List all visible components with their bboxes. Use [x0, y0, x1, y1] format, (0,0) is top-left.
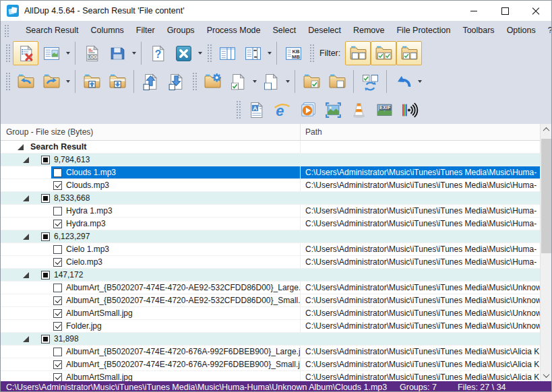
group-checkbox[interactable] [41, 271, 50, 280]
scroll-up-button[interactable] [541, 124, 551, 135]
view-log-button[interactable]: LOG [79, 41, 104, 65]
media-player-button[interactable] [295, 98, 320, 122]
file-row[interactable]: AlbumArt_{B5020207-474E-4720-676A-992F6D… [1, 346, 540, 358]
file-row[interactable]: Folder.jpgC:\Users\Administrator\Music\i… [1, 320, 540, 333]
file-row[interactable]: AlbumArt_{B5020207-474E-4720-676A-992F6D… [1, 358, 540, 371]
column-layout-button[interactable] [214, 41, 240, 65]
group-checkbox[interactable] [41, 335, 50, 344]
file-row[interactable]: Hydra 1.mp3C:\Users\Administrator\Music\… [1, 205, 540, 218]
filter-selected-files-button[interactable] [371, 41, 396, 65]
column-width-dropdown-caret[interactable] [266, 42, 273, 65]
file-checkbox[interactable] [53, 284, 62, 292]
menu-item-[interactable]: ? [542, 26, 552, 35]
copy-files-to-folder-button[interactable] [104, 69, 130, 94]
group-checkbox[interactable] [41, 194, 50, 203]
next-folder-dropdown-caret[interactable] [64, 70, 71, 93]
group-row[interactable]: 147,172 [1, 269, 540, 282]
undo-button[interactable] [390, 69, 416, 94]
menu-item-search-result[interactable]: Search Result [20, 26, 85, 35]
group-row[interactable]: 31,898 [1, 333, 540, 346]
expand-triangle-icon[interactable] [23, 234, 29, 240]
minimize-button[interactable] [458, 1, 489, 21]
expand-triangle-icon[interactable] [18, 144, 24, 150]
audio-player-button[interactable] [397, 98, 423, 122]
deselect-folder-button[interactable] [324, 69, 350, 94]
expand-triangle-icon[interactable] [23, 195, 29, 201]
preview-pane-button[interactable] [38, 41, 64, 65]
scrollbar-thumb[interactable] [541, 139, 551, 253]
vertical-scrollbar[interactable] [540, 124, 551, 381]
menu-item-filter[interactable]: Filter [130, 26, 161, 35]
file-checkbox[interactable] [53, 207, 62, 216]
file-row[interactable]: Clouds 1.mp3C:\Users\Administrator\Music… [1, 166, 540, 179]
toolbar2b-grip[interactable] [191, 71, 197, 92]
import-files-button[interactable] [163, 69, 189, 94]
menu-item-process-mode[interactable]: Process Mode [201, 26, 267, 35]
menu-item-columns[interactable]: Columns [85, 26, 130, 35]
save-dropdown-caret[interactable] [130, 42, 137, 65]
group-row[interactable]: 6,123,297 [1, 230, 540, 243]
file-row[interactable]: AlbumArtSmall.jpgC:\Users\Administrator\… [1, 371, 540, 381]
toolbar2-grip[interactable] [5, 71, 10, 92]
export-files-button[interactable] [137, 69, 163, 94]
scroll-down-button[interactable] [541, 370, 551, 381]
column-header-path[interactable]: Path [301, 124, 540, 140]
file-checkbox[interactable] [53, 181, 62, 190]
text-viewer-button[interactable]: A [243, 98, 269, 122]
file-checkbox[interactable] [53, 373, 62, 382]
file-checkbox[interactable] [53, 220, 62, 228]
menu-item-deselect[interactable]: Deselect [302, 26, 347, 35]
exif-viewer-button[interactable]: EXIF [371, 98, 397, 122]
file-checkbox[interactable] [53, 245, 62, 254]
file-checkbox[interactable] [53, 168, 62, 177]
deselect-files-button[interactable] [258, 69, 284, 94]
close-dropdown-caret[interactable] [196, 42, 204, 65]
select-files-dropdown-caret[interactable] [251, 70, 258, 93]
previous-folder-button[interactable] [13, 69, 38, 94]
filter-unselected-files-button[interactable] [345, 41, 371, 65]
tree-root-row[interactable]: Search Result [1, 141, 540, 154]
invert-selection-button[interactable] [357, 69, 383, 94]
save-search-result-button[interactable] [104, 41, 130, 65]
file-row[interactable]: Cielo.mp3C:\Users\Administrator\Music\iT… [1, 256, 540, 269]
file-row[interactable]: Hydra.mp3C:\Users\Administrator\Music\iT… [1, 218, 540, 230]
column-header-group-size[interactable]: Group - File size (Bytes) [1, 124, 301, 140]
menu-item-file-protection[interactable]: File Protection [390, 26, 456, 35]
group-checkbox[interactable] [41, 232, 50, 241]
deselect-files-dropdown-caret[interactable] [284, 70, 291, 93]
menu-item-options[interactable]: Options [501, 26, 542, 35]
select-files-button[interactable] [225, 69, 251, 94]
folder-settings-button[interactable] [200, 69, 225, 94]
file-row[interactable]: Clouds.mp3C:\Users\Administrator\Music\i… [1, 179, 540, 192]
menu-item-select[interactable]: Select [267, 26, 303, 35]
filter-toolbar-grip[interactable] [309, 43, 314, 63]
vlc-player-button[interactable] [346, 98, 371, 122]
file-row[interactable]: AlbumArt_{B5020207-474E-4720-AE92-532CFD… [1, 282, 540, 294]
expand-triangle-icon[interactable] [23, 157, 29, 163]
maximize-button[interactable] [489, 1, 520, 21]
file-row[interactable]: Cielo 1.mp3C:\Users\Administrator\Music\… [1, 243, 540, 256]
help-button[interactable]: ? [145, 41, 171, 65]
next-folder-button[interactable] [38, 69, 64, 94]
toolbar1b-grip[interactable] [206, 43, 212, 63]
close-search-result-button[interactable] [171, 41, 196, 65]
expand-triangle-icon[interactable] [23, 272, 29, 278]
remove-search-result-button[interactable] [13, 41, 38, 65]
file-checkbox[interactable] [53, 258, 62, 267]
menu-item-groups[interactable]: Groups [161, 26, 201, 35]
file-checkbox[interactable] [53, 309, 62, 318]
expand-triangle-icon[interactable] [23, 336, 29, 342]
move-files-to-folder-button[interactable] [79, 69, 104, 94]
file-checkbox[interactable] [53, 296, 62, 305]
file-size-unit-button[interactable]: KB MB [280, 41, 306, 65]
toolbar1-grip[interactable] [5, 43, 10, 63]
undo-dropdown-caret[interactable] [416, 70, 423, 93]
group-row[interactable]: 9,784,613 [1, 154, 540, 166]
filter-mixed-groups-button[interactable] [396, 41, 422, 65]
column-width-button[interactable] [240, 41, 266, 65]
file-checkbox[interactable] [53, 360, 62, 369]
menu-item-remove[interactable]: Remove [347, 26, 391, 35]
group-checkbox[interactable] [41, 156, 50, 164]
file-row[interactable]: AlbumArt_{B5020207-474E-4720-AE92-532CFD… [1, 294, 540, 307]
close-button[interactable] [520, 1, 551, 21]
